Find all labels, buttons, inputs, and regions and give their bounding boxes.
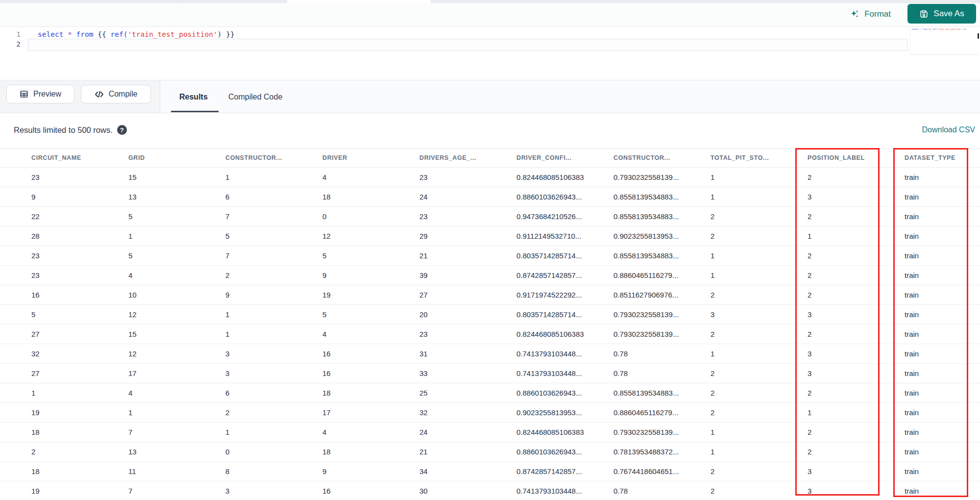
table-cell: 16 [322,487,419,495]
table-cell: 0 [322,212,419,221]
table-cell: 0.7930232558139... [613,330,710,338]
table-cell: 2 [225,271,322,279]
table-cell: 16 [31,291,128,299]
table-cell: train [905,232,980,240]
sparkles-icon [850,9,860,19]
save-as-button[interactable]: Save As [907,4,976,24]
table-cell: 0.824468085106383 [516,428,613,436]
table-cell: 4 [322,173,419,181]
download-csv-link[interactable]: Download CSV [922,125,976,134]
table-cell: 3 [808,369,905,377]
table-cell: 25 [419,389,516,397]
table-cell: 23 [31,251,128,260]
table-cell: 3 [710,310,808,319]
tab-compiled-code[interactable]: Compiled Code [228,80,282,113]
table-cell: 23 [31,173,128,181]
table-cell: 2 [808,428,905,436]
table-cell: 2 [808,330,905,338]
code-token: * [68,30,72,38]
table-cell: 7 [128,428,225,436]
table-cell: 2 [808,251,905,260]
table-cell: 6 [225,193,322,201]
table-cell: 1 [710,448,808,456]
table-cell: 3 [225,487,322,495]
table-cell: 2 [710,487,808,495]
preview-label: Preview [33,90,61,99]
table-cell: 10 [128,291,225,299]
table-cell: train [905,428,980,436]
table-header-row: CIRCUIT_NAMEGRIDCONSTRUCTOR...DRIVERDRIV… [0,148,980,168]
table-cell: 0.8742857142857... [516,467,613,475]
code-token: from [76,30,94,38]
table-cell: 16 [322,369,419,377]
table-row: 213018210.8860103626943...0.781395348837… [0,442,980,462]
format-button[interactable]: Format [850,9,891,19]
table-row: 22570230.9473684210526...0.8558139534883… [0,207,980,226]
table-cell: train [905,251,980,260]
table-cell: train [905,467,980,475]
table-cell: 2 [710,408,808,417]
table-cell: 0.7674418604651... [613,467,710,475]
code-icon [95,90,104,99]
table-cell: 0.9473684210526... [516,212,613,221]
table-cell: train [905,389,980,397]
table-cell: 13 [128,193,225,201]
table-cell: 22 [31,212,128,221]
code-token [72,30,76,38]
table-cell: 6 [225,389,322,397]
table-cell: 24 [419,193,516,201]
table-cell: 27 [31,330,128,338]
table-cell: 1 [225,428,322,436]
table-cell: 30 [419,487,516,495]
line-number-1: 1 [0,30,21,38]
compile-label: Compile [109,90,138,99]
table-cell: 0.7930232558139... [613,310,710,319]
table-cell: 0.8558139534883... [613,389,710,397]
table-cell: 13 [128,448,225,456]
table-cell: 0.9112149532710... [516,232,613,240]
minimap-scroll-thumb[interactable] [978,33,979,39]
table-cell: 7 [128,487,225,495]
help-icon[interactable]: ? [117,125,127,135]
query-action-strip: Preview Compile Results Compiled Code [0,80,980,113]
table-cell: train [905,310,980,319]
compile-button[interactable]: Compile [81,85,151,103]
table-cell: 15 [128,330,225,338]
preview-button[interactable]: Preview [6,85,74,103]
table-cell: 8 [225,467,322,475]
table-cell: 19 [31,408,128,417]
table-cell: 19 [322,291,419,299]
table-cell: 18 [31,428,128,436]
table-cell: 24 [419,428,516,436]
save-as-label: Save As [933,9,964,19]
table-cell: 0.8035714285714... [516,251,613,260]
results-table: CIRCUIT_NAMEGRIDCONSTRUCTOR...DRIVERDRIV… [0,148,980,500]
column-header: CONSTRUCTOR... [613,154,710,161]
table-cell: train [905,271,980,279]
table-cell: 2 [808,448,905,456]
table-cell: 34 [419,467,516,475]
table-cell: 0.9171974522292... [516,291,613,299]
code-token: select [38,30,63,38]
table-cell: 9 [31,193,128,201]
table-cell: 0.78 [613,369,710,377]
column-header: GRID [128,154,225,161]
table-cell: 1 [31,389,128,397]
table-cell: 0.8742857142857... [516,271,613,279]
table-row: 23429390.8742857142857...0.8860465116279… [0,266,980,285]
table-cell: train [905,173,980,181]
tab-results[interactable]: Results [179,80,208,113]
table-cell: 39 [419,271,516,279]
table-cell: 17 [128,369,225,377]
editor-minimap[interactable]: select * from {{ ref('train_test_positio… [910,27,979,55]
tabs-background [160,80,980,113]
table-cell: 3 [808,467,905,475]
table-cell: 3 [808,350,905,358]
table-cell: train [905,487,980,495]
sql-editor[interactable]: 1 select * from {{ ref('train_test_posit… [0,26,980,80]
active-line-highlight [28,39,907,51]
table-cell: 5 [322,251,419,260]
table-cell: 9 [225,291,322,299]
table-cell: 12 [128,350,225,358]
table-cell: train [905,408,980,417]
